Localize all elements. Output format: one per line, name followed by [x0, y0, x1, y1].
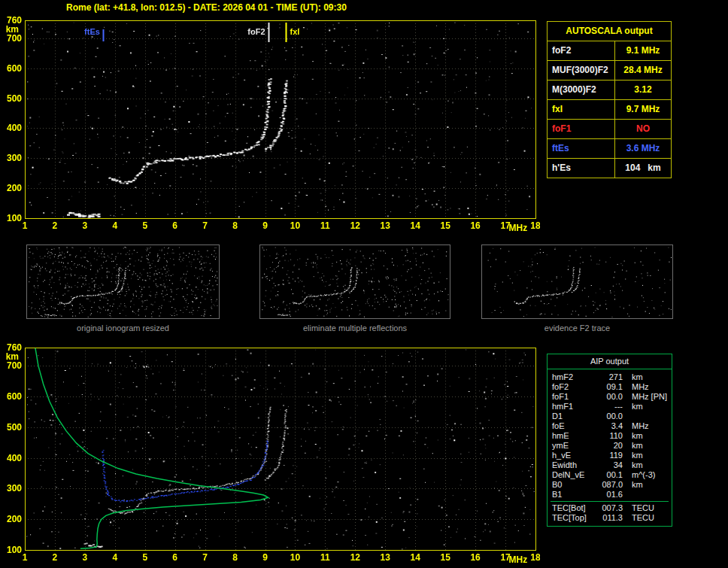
param-name: Ewidth: [552, 460, 599, 470]
param-note: [667, 513, 669, 523]
param-unit: [623, 412, 632, 421]
param-label: ftEs: [548, 139, 614, 158]
param-note: [667, 451, 669, 460]
param-value: 3.6 MHz: [614, 139, 671, 158]
param-unit: TECU: [623, 513, 654, 523]
table-row: fxI 9.7 MHz: [548, 100, 671, 120]
param-label: MUF(3000)F2: [548, 61, 614, 80]
param-name: h_vE: [552, 451, 599, 460]
thumbnail-canvas: [482, 245, 672, 318]
param-value: 9.7 MHz: [614, 100, 671, 119]
param-value: 20: [599, 441, 623, 451]
param-value: 007.3: [599, 503, 623, 513]
param-note: [667, 402, 669, 412]
param-note: [667, 480, 669, 490]
param-value: 01.6: [599, 490, 623, 500]
param-name: hmF1: [552, 402, 599, 412]
param-unit: km: [623, 372, 643, 382]
param-value: NO: [614, 120, 671, 138]
aip-row: D100.0: [552, 412, 669, 421]
param-value: 00.1: [599, 470, 623, 480]
param-label: h'Es: [548, 159, 614, 178]
param-unit: MHz: [623, 421, 649, 431]
aip-body: hmF2271km foF209.1MHz foF100.0MHz[PN] hm…: [548, 369, 672, 526]
param-value: 3.4: [599, 421, 623, 431]
param-name: foF2: [552, 382, 599, 392]
fof2-marker-label: foF2: [247, 27, 265, 36]
param-value: 011.3: [599, 513, 623, 523]
aip-row: foF209.1MHz: [552, 382, 669, 392]
param-value: 110: [599, 431, 623, 441]
param-name: TEC[Top]: [552, 513, 599, 523]
table-row: ftEs 3.6 MHz: [548, 139, 671, 159]
thumbnail-canvas: [260, 245, 450, 318]
param-note: [667, 372, 669, 382]
param-unit: km: [623, 451, 643, 460]
table-row: M(3000)F2 3.12: [548, 80, 671, 100]
param-value: 271: [599, 372, 623, 382]
aip-output-panel: AIP output hmF2271km foF209.1MHz foF100.…: [547, 354, 672, 527]
param-name: B0: [552, 480, 599, 490]
param-value: 3.12: [614, 80, 671, 99]
thumbnail-original-ionogram: [26, 245, 220, 319]
param-name: D1: [552, 412, 599, 421]
param-value: ---: [599, 402, 623, 412]
table-row: h'Es 104 km: [548, 159, 671, 178]
aip-row: B101.6: [552, 490, 669, 500]
thumbnail-evidence-f2-trace: [481, 245, 673, 319]
param-note: [667, 441, 669, 451]
param-label: foF2: [548, 41, 614, 60]
thumbnail-eliminate-reflections: [259, 245, 450, 319]
param-label: M(3000)F2: [548, 80, 614, 99]
main-ionogram-canvas: [3, 15, 540, 238]
param-value: 00.0: [599, 412, 623, 421]
autoscala-output-panel: AUTOSCALA output foF2 9.1 MHz MUF(3000)F…: [547, 21, 672, 178]
param-value: 00.0: [599, 392, 623, 402]
window-title: Rome (lat: +41.8, lon: 012.5) - DATE: 20…: [66, 2, 347, 13]
aip-row: h_vE119km: [552, 451, 669, 460]
param-value: 34: [599, 460, 623, 470]
param-name: hmE: [552, 431, 599, 441]
param-note: [667, 382, 669, 392]
param-note: [667, 503, 669, 513]
fxi-marker-label: fxI: [290, 27, 299, 36]
param-note: [667, 412, 669, 421]
autoscala-header: AUTOSCALA output: [548, 22, 671, 41]
param-value: 087.0: [599, 480, 623, 490]
param-note: [667, 421, 669, 431]
aip-row: TEC[Top]011.3TECU: [552, 513, 669, 523]
param-unit: km: [623, 431, 643, 441]
param-value: 9.1 MHz: [614, 41, 671, 60]
aip-row: hmE110km: [552, 431, 669, 441]
param-label: fxI: [548, 100, 614, 119]
thumbnail-canvas: [27, 245, 219, 318]
aip-row: TEC[Bot]007.3TECU: [552, 503, 669, 513]
param-value: 28.4 MHz: [614, 61, 671, 80]
param-name: foE: [552, 421, 599, 431]
param-note: [667, 431, 669, 441]
param-label: foF1: [548, 120, 614, 138]
param-note: [667, 490, 669, 500]
param-note: [667, 460, 669, 470]
param-unit: MHz: [623, 382, 649, 392]
param-unit: [623, 490, 632, 500]
param-name: B1: [552, 490, 599, 500]
thumbnail-caption: original ionogram resized: [26, 323, 220, 333]
param-unit: m^(-3): [623, 470, 655, 480]
param-value: 104 km: [614, 159, 671, 178]
aip-row: DelN_vE00.1m^(-3): [552, 470, 669, 480]
ftes-marker-label: ftEs: [84, 27, 100, 36]
aip-row: B0087.0km: [552, 480, 669, 490]
table-row: MUF(3000)F2 28.4 MHz: [548, 61, 671, 80]
param-name: TEC[Bot]: [552, 503, 599, 513]
aip-row: Ewidth34km: [552, 460, 669, 470]
param-value: 119: [599, 451, 623, 460]
profile-ionogram-panel: [3, 342, 540, 568]
param-name: hmF2: [552, 372, 599, 382]
param-unit: km: [623, 460, 643, 470]
autoscala-app-window: Rome (lat: +41.8, lon: 012.5) - DATE: 20…: [0, 0, 728, 568]
param-name: DelN_vE: [552, 470, 599, 480]
main-ionogram-panel: ftEs foF2 fxI: [3, 15, 540, 238]
aip-row: hmF1---km: [552, 402, 669, 412]
param-name: foF1: [552, 392, 599, 402]
